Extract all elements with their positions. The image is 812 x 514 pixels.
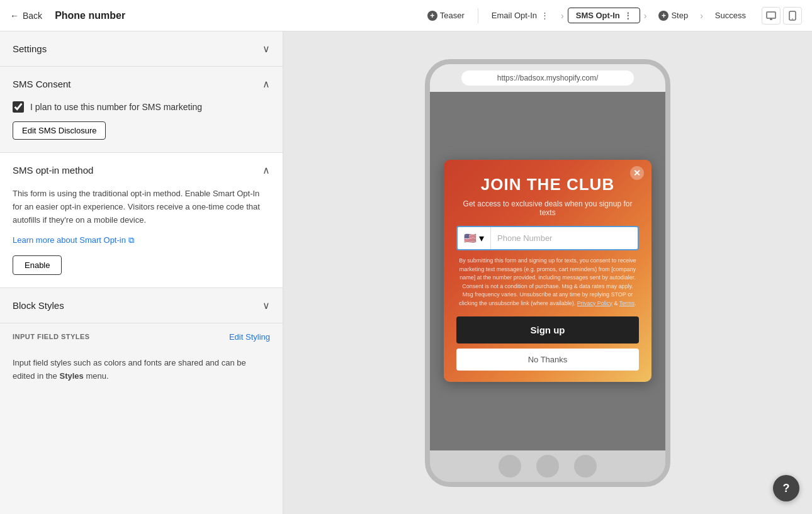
page-title: Phone number [55,10,125,21]
popup-overlay: ✕ JOIN THE CLUB Get access to exclusive … [430,92,665,450]
input-field-styles-label: INPUT FIELD STYLES [13,333,90,340]
teaser-plus-icon: + [427,11,437,21]
back-arrow-icon: ← [10,11,19,21]
block-styles-title: Block Styles [13,300,64,311]
styles-menu-word: menu. [86,371,108,381]
sms-opt-in-label: SMS Opt-In [576,11,620,20]
nav-divider-1 [478,8,478,23]
nav-arrow-2: › [643,11,648,21]
flag-emoji: 🇺🇸 [464,232,476,244]
url-bar-text: https://badsox.myshopify.com/ [497,74,599,82]
sign-up-button[interactable]: Sign up [456,316,639,344]
flag-selector[interactable]: 🇺🇸 ▾ [458,227,491,249]
phone-bottom-bar [430,450,665,482]
settings-chevron-icon: ∨ [262,43,270,55]
sms-marketing-checkbox[interactable] [13,101,24,113]
email-opt-in-dots[interactable]: ⋮ [541,11,549,20]
sms-marketing-label: I plan to use this number for SMS market… [30,102,202,112]
settings-title: Settings [13,43,47,54]
sms-consent-title: SMS Consent [13,79,71,89]
step-plus-icon: + [658,11,668,21]
popup-title: JOIN THE CLUB [456,175,639,194]
styles-word: Styles [59,371,83,381]
nav-arrow-1: › [560,11,565,21]
teaser-label: Teaser [440,11,465,20]
input-field-styles-row: INPUT FIELD STYLES Edit Styling [0,323,283,350]
settings-header[interactable]: Settings ∨ [0,31,283,66]
sms-consent-body: I plan to use this number for SMS market… [0,101,283,152]
enable-smart-opt-in-button[interactable]: Enable [13,255,62,275]
sms-consent-chevron-icon: ∧ [262,78,270,90]
phone-nav-dot-3 [574,455,597,478]
back-label: Back [23,11,42,21]
sms-consent-header[interactable]: SMS Consent ∧ [0,67,283,101]
view-toggle [762,7,802,25]
sms-opt-in-method-chevron-icon: ∧ [262,164,270,176]
left-panel: Settings ∨ SMS Consent ∧ I plan to use t… [0,31,283,514]
styles-description: Input field styles such as colors and fo… [0,350,283,396]
nav-steps: + Teaser Email Opt-In ⋮ › SMS Opt-In ⋮ ›… [419,7,802,25]
sms-opt-in-dots[interactable]: ⋮ [624,11,632,20]
top-nav: ← Back Phone number + Teaser Email Opt-I… [0,0,812,31]
sms-marketing-checkbox-row: I plan to use this number for SMS market… [13,101,270,113]
nav-arrow-3: › [699,11,704,21]
mobile-view-button[interactable] [783,7,802,25]
back-button[interactable]: ← Back [10,11,42,21]
popup-subtitle: Get access to exclusive deals when you s… [456,199,639,217]
learn-more-label: Learn more about Smart Opt-in [13,235,126,245]
external-link-icon: ⧉ [128,235,134,245]
settings-section: Settings ∨ [0,31,283,67]
step-label: Step [671,11,688,20]
terms-link[interactable]: Terms [619,300,635,306]
edit-sms-disclosure-button[interactable]: Edit SMS Disclosure [13,121,106,140]
mobile-icon [789,11,796,21]
block-styles-header[interactable]: Block Styles ∨ [0,288,283,323]
sms-opt-in-method-title: SMS opt-in method [13,165,93,176]
sms-consent-section: SMS Consent ∧ I plan to use this number … [0,67,283,153]
success-label: Success [715,11,746,20]
sms-opt-in-method-header[interactable]: SMS opt-in method ∧ [0,153,283,187]
nav-step-sms-opt-in[interactable]: SMS Opt-In ⋮ [568,8,640,23]
privacy-policy-link[interactable]: Privacy Policy [577,300,612,306]
consent-ampersand: & [614,300,619,306]
phone-nav-dot-2 [536,455,559,478]
desktop-icon [766,11,776,21]
edit-styling-link[interactable]: Edit Styling [229,332,270,342]
block-styles-chevron-icon: ∨ [262,299,270,311]
phone-url-bar: https://badsox.myshopify.com/ [461,70,634,86]
learn-more-link[interactable]: Learn more about Smart Opt-in ⧉ [13,235,134,245]
no-thanks-button[interactable]: No Thanks [456,349,639,371]
nav-step-step[interactable]: + Step [650,8,696,24]
block-styles-section: Block Styles ∨ [0,288,283,323]
sms-opt-in-description: This form is using the traditional opt-i… [13,187,270,226]
nav-step-teaser[interactable]: + Teaser [419,8,473,24]
phone-input-row: 🇺🇸 ▾ Phone Number [456,226,639,250]
phone-mockup: https://badsox.myshopify.com/ ✕ JOIN THE… [425,59,670,487]
svg-rect-0 [767,12,775,18]
svg-point-4 [792,18,793,20]
sms-opt-in-method-section: SMS opt-in method ∧ This form is using t… [0,153,283,288]
sms-opt-in-method-body: This form is using the traditional opt-i… [0,187,283,288]
phone-number-placeholder: Phone Number [491,228,638,248]
desktop-view-button[interactable] [762,7,781,25]
flag-dropdown-icon: ▾ [479,232,484,244]
phone-content: ✕ JOIN THE CLUB Get access to exclusive … [430,92,665,450]
popup-close-button[interactable]: ✕ [630,166,644,180]
email-opt-in-label: Email Opt-In [492,11,537,20]
nav-step-success[interactable]: Success [707,8,754,23]
help-button[interactable]: ? [773,475,799,501]
phone-nav-dot-1 [499,455,521,478]
consent-body: By submitting this form and signing up f… [459,257,636,306]
popup-card: ✕ JOIN THE CLUB Get access to exclusive … [444,160,651,382]
nav-step-email-opt-in[interactable]: Email Opt-In ⋮ [483,8,557,23]
consent-text: By submitting this form and signing up f… [456,257,639,308]
right-preview: https://badsox.myshopify.com/ ✕ JOIN THE… [283,31,812,514]
main-content: Settings ∨ SMS Consent ∧ I plan to use t… [0,31,812,514]
phone-browser-bar: https://badsox.myshopify.com/ [430,64,665,92]
styles-desc-text: Input field styles such as colors and fo… [13,358,246,381]
